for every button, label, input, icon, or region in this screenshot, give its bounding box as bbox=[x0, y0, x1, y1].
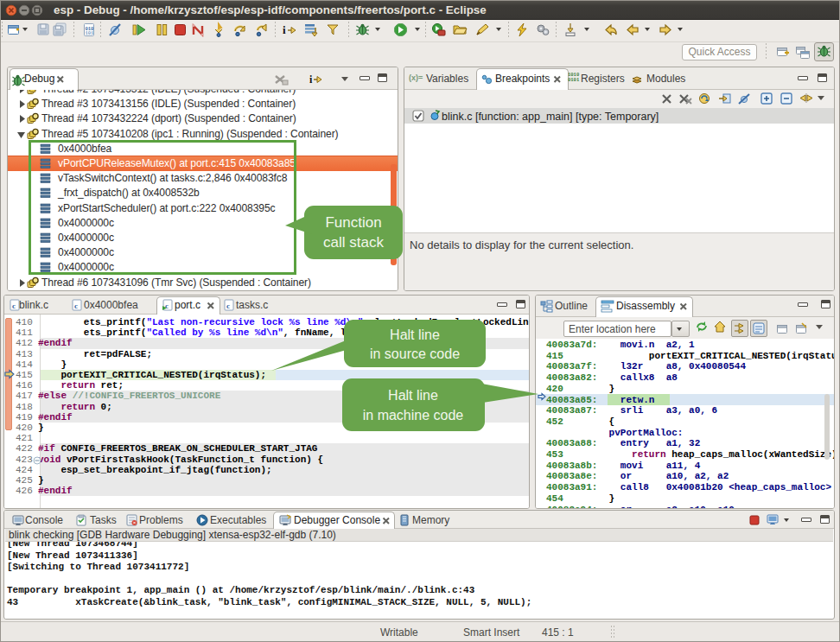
svg-text:c: c bbox=[226, 302, 230, 310]
svg-text:i: i bbox=[309, 73, 313, 86]
svg-text:c: c bbox=[12, 302, 16, 310]
svg-text:Halt line: Halt line bbox=[390, 327, 440, 342]
svg-text:101: 101 bbox=[86, 30, 95, 36]
svg-text:call stack: call stack bbox=[323, 234, 384, 251]
svg-text:Halt line: Halt line bbox=[388, 388, 438, 403]
svg-text:i: i bbox=[283, 23, 286, 36]
svg-text:Function: Function bbox=[325, 214, 381, 231]
svg-text:in machine code: in machine code bbox=[363, 408, 464, 423]
svg-text:c: c bbox=[74, 302, 78, 310]
svg-text:in source code: in source code bbox=[370, 346, 460, 361]
